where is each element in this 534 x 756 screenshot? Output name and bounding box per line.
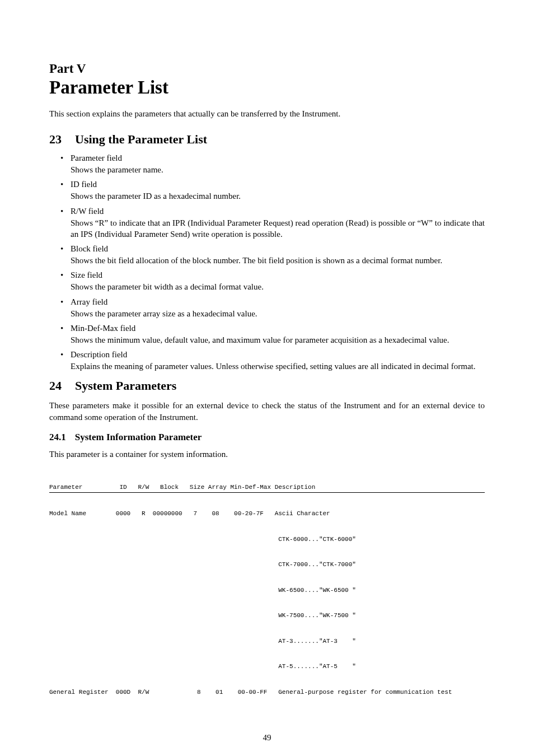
list-item: Array field Shows the parameter array si… bbox=[60, 297, 485, 319]
subsection-title: System Information Parameter bbox=[75, 432, 202, 442]
field-desc: Shows “R” to indicate that an IPR (Indiv… bbox=[71, 217, 485, 240]
list-item: Min-Def-Max field Shows the minimum valu… bbox=[60, 324, 485, 346]
parameter-table: Parameter ID R/W Block Size Array Min-De… bbox=[49, 466, 485, 713]
list-item: ID field Shows the parameter ID as a hex… bbox=[60, 180, 485, 202]
list-item: Size field Shows the parameter bit width… bbox=[60, 270, 485, 292]
field-desc: Shows the parameter array size as a hexa… bbox=[71, 308, 485, 319]
section-24-1-intro: This parameter is a container for system… bbox=[49, 449, 485, 460]
table-header: Parameter ID R/W Block Size Array Min-De… bbox=[49, 483, 485, 493]
field-name: ID field bbox=[71, 180, 485, 189]
section-24-heading: 24System Parameters bbox=[49, 379, 485, 393]
subsection-number: 24.1 bbox=[49, 432, 66, 443]
section-23-heading: 23Using the Parameter List bbox=[49, 132, 485, 147]
section-24-1-heading: 24.1System Information Parameter bbox=[49, 432, 485, 443]
field-desc: Shows the parameter name. bbox=[71, 164, 485, 175]
field-name: Block field bbox=[71, 244, 485, 254]
table-row: WK-7500...."WK-7500 " bbox=[49, 611, 485, 620]
section-number: 23 bbox=[49, 132, 62, 147]
list-item: Parameter field Shows the parameter name… bbox=[60, 153, 485, 175]
field-desc: Shows the parameter bit width as a decim… bbox=[71, 281, 485, 292]
document-page: Part V Parameter List This section expla… bbox=[0, 0, 534, 756]
field-name: R/W field bbox=[71, 207, 485, 216]
field-desc: Shows the bit field allocation of the bl… bbox=[71, 255, 485, 266]
field-desc: Explains the meaning of parameter values… bbox=[71, 361, 485, 372]
part-title: Parameter List bbox=[49, 77, 485, 98]
field-name: Description field bbox=[71, 350, 485, 360]
intro-paragraph: This section explains the parameters tha… bbox=[49, 109, 485, 119]
section-title: System Parameters bbox=[75, 379, 176, 393]
section-24-intro: These parameters make it possible for an… bbox=[49, 400, 485, 423]
field-desc: Shows the minimum value, default value, … bbox=[71, 334, 485, 346]
table-row: AT-3......."AT-3 " bbox=[49, 637, 485, 646]
table-row: WK-6500...."WK-6500 " bbox=[49, 586, 485, 595]
field-name: Min-Def-Max field bbox=[71, 324, 485, 333]
table-row: Model Name 0000 R 00000000 7 08 00-20-7F… bbox=[49, 509, 485, 518]
part-label: Part V bbox=[49, 62, 485, 76]
field-name: Size field bbox=[71, 270, 485, 280]
page-number: 49 bbox=[49, 733, 485, 743]
field-list: Parameter field Shows the parameter name… bbox=[49, 153, 485, 372]
section-number: 24 bbox=[49, 379, 62, 393]
table-row: General Register 000D R/W 8 01 00-00-FF … bbox=[49, 688, 485, 697]
list-item: Description field Explains the meaning o… bbox=[60, 350, 485, 372]
table-row: AT-5......."AT-5 " bbox=[49, 662, 485, 671]
table-row: CTK-6000..."CTK-6000" bbox=[49, 535, 485, 544]
field-name: Parameter field bbox=[71, 153, 485, 163]
list-item: R/W field Shows “R” to indicate that an … bbox=[60, 207, 485, 240]
field-name: Array field bbox=[71, 297, 485, 307]
field-desc: Shows the parameter ID as a hexadecimal … bbox=[71, 190, 485, 202]
list-item: Block field Shows the bit field allocati… bbox=[60, 244, 485, 266]
section-title: Using the Parameter List bbox=[75, 132, 207, 146]
table-row: CTK-7000..."CTK-7000" bbox=[49, 560, 485, 569]
